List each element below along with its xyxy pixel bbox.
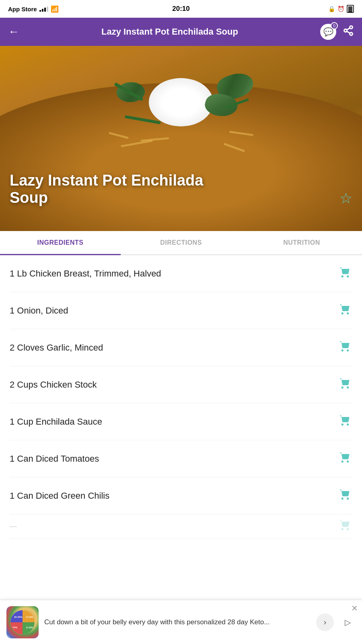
add-to-cart-button-2[interactable] <box>338 303 352 318</box>
ingredients-list: 1 Lb Chicken Breast, Trimmed, Halved 1 O… <box>0 255 362 539</box>
advertisement-banner: 5-10% 5-10% 70% 20-25% Cut down a bit of… <box>0 600 362 644</box>
ad-spacer <box>0 539 362 583</box>
comment-button[interactable]: 💬 0 <box>320 24 336 40</box>
comment-badge: 0 <box>331 22 338 29</box>
battery-icon: ▓ <box>347 5 354 13</box>
add-to-cart-button-7[interactable] <box>338 488 352 504</box>
ad-play-button[interactable]: ▷ <box>339 613 356 631</box>
ingredient-row-partial: — <box>10 514 352 539</box>
carrier-label: App Store <box>8 6 37 12</box>
ad-close-button[interactable]: ✕ <box>351 603 358 613</box>
favorite-star-button[interactable]: ☆ <box>339 190 352 207</box>
share-button[interactable] <box>343 25 354 39</box>
ingredient-row: 2 Cups Chicken Stock <box>10 366 352 403</box>
signal-bar-4 <box>47 6 48 12</box>
tab-nutrition[interactable]: NUTRITION <box>241 231 362 254</box>
signal-bar-2 <box>42 9 43 12</box>
ingredient-name: 1 Can Diced Green Chilis <box>10 491 109 501</box>
time-display: 20:10 <box>172 5 189 13</box>
svg-text:70%: 70% <box>12 626 18 629</box>
cheese-1 <box>109 132 129 139</box>
recipe-tabs: INGREDIENTS DIRECTIONS NUTRITION <box>0 231 362 255</box>
hero-title: Lazy Instant Pot Enchilada Soup <box>10 172 211 207</box>
signal-bar-3 <box>44 8 46 12</box>
svg-text:5-10%: 5-10% <box>26 616 33 618</box>
signal-bar-1 <box>39 10 41 12</box>
svg-line-3 <box>347 31 350 33</box>
ingredient-row: 1 Can Diced Green Chilis <box>10 477 352 514</box>
add-to-cart-button-5[interactable] <box>338 414 352 429</box>
ingredient-name: 1 Can Diced Tomatoes <box>10 454 99 464</box>
add-to-cart-button-3[interactable] <box>338 340 352 355</box>
svg-text:5-10%: 5-10% <box>26 626 33 629</box>
hero-image-container: Lazy Instant Pot Enchilada Soup ☆ <box>0 46 362 231</box>
status-bar: App Store 📶 20:10 🔒 ⏰ ▓ <box>0 0 362 18</box>
wifi-icon: 📶 <box>51 5 59 13</box>
add-to-cart-button-6[interactable] <box>338 451 352 466</box>
ingredient-name: 1 Cup Enchilada Sauce <box>10 417 102 427</box>
ingredient-row: 1 Can Diced Tomatoes <box>10 440 352 477</box>
ingredient-row: 1 Lb Chicken Breast, Trimmed, Halved <box>10 255 352 292</box>
signal-bars <box>39 6 48 12</box>
add-to-cart-button-more <box>338 518 352 534</box>
ingredient-name: 1 Onion, Diced <box>10 305 68 316</box>
alarm-icon: ⏰ <box>337 6 344 12</box>
svg-line-4 <box>347 28 350 30</box>
tab-ingredients[interactable]: INGREDIENTS <box>0 231 121 254</box>
ingredient-row: 1 Onion, Diced <box>10 292 352 329</box>
cheese-5 <box>224 143 245 153</box>
back-button[interactable]: ← <box>8 25 19 38</box>
tab-directions[interactable]: DIRECTIONS <box>121 231 241 254</box>
ad-text: Cut down a bit of your belly every day w… <box>44 617 311 627</box>
sour-cream <box>149 78 213 126</box>
more-indicator: — <box>10 522 17 530</box>
svg-text:20-25%: 20-25% <box>14 616 23 618</box>
status-left: App Store 📶 <box>8 5 59 13</box>
app-header: ← Lazy Instant Pot Enchilada Soup 💬 0 <box>0 18 362 46</box>
lock-icon: 🔒 <box>328 6 335 12</box>
ingredient-row: 1 Cup Enchilada Sauce <box>10 403 352 440</box>
ad-image: 5-10% 5-10% 70% 20-25% <box>6 606 39 638</box>
add-to-cart-button-1[interactable] <box>338 266 352 281</box>
ingredient-name: 2 Cloves Garlic, Minced <box>10 343 103 353</box>
ingredient-row: 2 Cloves Garlic, Minced <box>10 329 352 366</box>
add-to-cart-button-4[interactable] <box>338 377 352 392</box>
header-title: Lazy Instant Pot Enchilada Soup <box>26 27 314 37</box>
ingredient-name: 2 Cups Chicken Stock <box>10 380 97 390</box>
ad-next-button[interactable]: › <box>316 613 334 631</box>
cheese-3 <box>229 131 253 136</box>
ingredient-name: 1 Lb Chicken Breast, Trimmed, Halved <box>10 268 161 279</box>
cheese-4 <box>121 140 153 147</box>
status-right: 🔒 ⏰ ▓ <box>328 5 354 13</box>
